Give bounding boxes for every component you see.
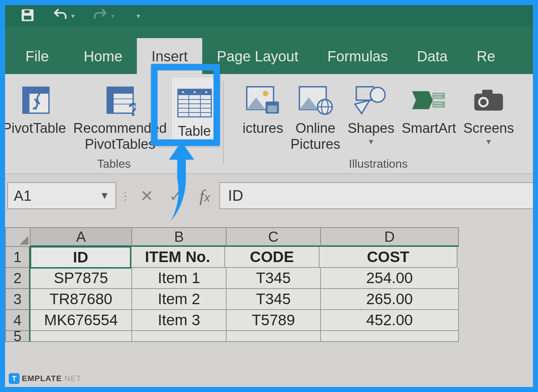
name-box-value: A1 <box>14 188 32 204</box>
cell-b5[interactable] <box>132 331 227 342</box>
pictures-icon <box>245 81 280 119</box>
smartart-label: SmartArt <box>402 121 456 136</box>
cell-b1[interactable]: ITEM No. <box>131 247 225 268</box>
spreadsheet-grid[interactable]: A B C D 1 ID ITEM No. CODE COST 2 SP7875… <box>5 227 533 342</box>
row-header-5[interactable]: 5 <box>5 331 30 342</box>
quick-access-toolbar: ▾ ▾ ▾ <box>5 5 533 27</box>
name-box-dropdown-icon[interactable]: ▼ <box>99 190 110 201</box>
enter-formula-button[interactable]: ✓ <box>161 187 190 205</box>
row-1: 1 ID ITEM No. CODE COST <box>5 247 533 268</box>
tutorial-highlight-box <box>151 64 220 146</box>
tab-formulas[interactable]: Formulas <box>313 38 403 74</box>
save-icon[interactable] <box>20 8 35 24</box>
redo-icon <box>93 8 107 24</box>
cell-a1[interactable]: ID <box>30 246 131 269</box>
cell-c2[interactable]: T345 <box>227 268 321 289</box>
ribbon: PivotTable ? Recommended PivotTables Tab… <box>5 74 533 173</box>
svg-rect-30 <box>433 93 445 99</box>
watermark: T EMPLATE.NET <box>9 373 82 384</box>
undo-dropdown-icon[interactable]: ▾ <box>71 12 75 20</box>
select-all-corner[interactable] <box>5 227 30 247</box>
screenshot-dropdown-icon[interactable]: ▾ <box>486 136 491 147</box>
svg-rect-23 <box>268 106 277 112</box>
column-headers: A B C D <box>5 227 533 247</box>
row-header-3[interactable]: 3 <box>5 289 30 310</box>
row-5-partial: 5 <box>5 331 533 342</box>
cell-a5[interactable] <box>30 331 132 342</box>
svg-point-38 <box>480 99 487 105</box>
cell-d3[interactable]: 265.00 <box>321 289 459 310</box>
screenshot-button[interactable]: Screens ▾ <box>460 78 517 147</box>
shapes-label: Shapes <box>348 121 395 136</box>
shapes-dropdown-icon[interactable]: ▾ <box>369 136 373 147</box>
cell-d4[interactable]: 452.00 <box>321 310 459 331</box>
watermark-text: EMPLATE.NET <box>22 374 82 383</box>
smartart-button[interactable]: SmartArt <box>398 78 460 136</box>
cell-c3[interactable]: T345 <box>227 289 321 310</box>
ribbon-tabs: File Home Insert Page Layout Formulas Da… <box>5 27 533 74</box>
row-header-2[interactable]: 2 <box>5 268 30 289</box>
online-pictures-label: Online Pictures <box>290 121 340 152</box>
online-pictures-button[interactable]: Online Pictures <box>287 78 344 152</box>
tab-home[interactable]: Home <box>69 38 137 74</box>
shapes-button[interactable]: Shapes ▾ <box>344 78 398 147</box>
cell-d1[interactable]: COST <box>319 247 457 268</box>
cell-b2[interactable]: Item 1 <box>132 268 227 289</box>
row-2: 2 SP7875 Item 1 T345 254.00 <box>5 268 533 289</box>
online-pictures-icon <box>298 81 333 119</box>
svg-rect-8 <box>107 87 114 113</box>
smartart-icon <box>411 81 446 119</box>
formula-value: ID <box>228 187 243 204</box>
recommended-pivot-tables-icon: ? <box>105 81 136 119</box>
tab-review[interactable]: Re <box>462 38 510 74</box>
cancel-formula-button[interactable]: ✕ <box>132 187 161 205</box>
row-header-1[interactable]: 1 <box>5 247 30 268</box>
pictures-button[interactable]: ictures <box>239 78 287 136</box>
screenshot-icon <box>473 81 504 119</box>
watermark-icon: T <box>9 373 20 384</box>
undo-icon[interactable] <box>53 8 68 24</box>
tab-data[interactable]: Data <box>403 38 462 74</box>
screenshot-label: Screens <box>463 121 514 136</box>
formula-bar-grip: ⋮ <box>120 189 129 202</box>
cell-b4[interactable]: Item 3 <box>132 310 227 331</box>
tab-file[interactable]: File <box>5 38 69 74</box>
cell-c4[interactable]: T5789 <box>227 310 321 331</box>
row-header-4[interactable]: 4 <box>5 310 30 331</box>
cell-b3[interactable]: Item 2 <box>132 289 227 310</box>
column-header-d[interactable]: D <box>321 227 459 247</box>
excel-window: ▾ ▾ ▾ File Home Insert Page Layout Formu… <box>5 5 533 387</box>
svg-rect-2 <box>23 15 32 20</box>
svg-rect-31 <box>433 101 445 107</box>
cell-d2[interactable]: 254.00 <box>321 268 459 289</box>
cell-a4[interactable]: MK676554 <box>30 310 132 331</box>
group-label-illustrations: Illustrations <box>224 157 533 171</box>
row-4: 4 MK676554 Item 3 T5789 452.00 <box>5 310 533 331</box>
cell-c5[interactable] <box>227 331 321 342</box>
pictures-label: ictures <box>242 121 283 136</box>
name-box[interactable]: A1 ▼ <box>7 182 116 209</box>
column-header-a[interactable]: A <box>30 227 132 247</box>
pivot-table-label: PivotTable <box>5 121 66 136</box>
formula-bar: A1 ▼ ⋮ ✕ ✓ fx ID <box>5 173 533 217</box>
pivot-table-button[interactable]: PivotTable <box>5 78 70 136</box>
row-3: 3 TR87680 Item 2 T345 265.00 <box>5 289 533 310</box>
svg-point-29 <box>370 87 385 102</box>
cell-a3[interactable]: TR87680 <box>30 289 132 310</box>
customize-qat-icon[interactable]: ▾ <box>136 12 140 20</box>
pivot-table-icon <box>20 81 52 119</box>
column-header-b[interactable]: B <box>132 227 227 247</box>
formula-input[interactable]: ID <box>219 182 533 209</box>
ribbon-group-illustrations: ictures Online Pictures Shapes ▾ <box>224 78 533 173</box>
svg-rect-5 <box>23 87 29 113</box>
cell-d5[interactable] <box>321 331 459 342</box>
group-label-tables: Tables <box>5 157 223 171</box>
shapes-icon <box>354 81 388 119</box>
cell-c1[interactable]: CODE <box>225 247 319 268</box>
column-header-c[interactable]: C <box>227 227 321 247</box>
insert-function-button[interactable]: fx <box>190 186 219 205</box>
cell-a2[interactable]: SP7875 <box>30 268 132 289</box>
redo-dropdown-icon: ▾ <box>111 12 115 20</box>
svg-text:?: ? <box>128 99 136 116</box>
svg-point-21 <box>263 91 268 96</box>
